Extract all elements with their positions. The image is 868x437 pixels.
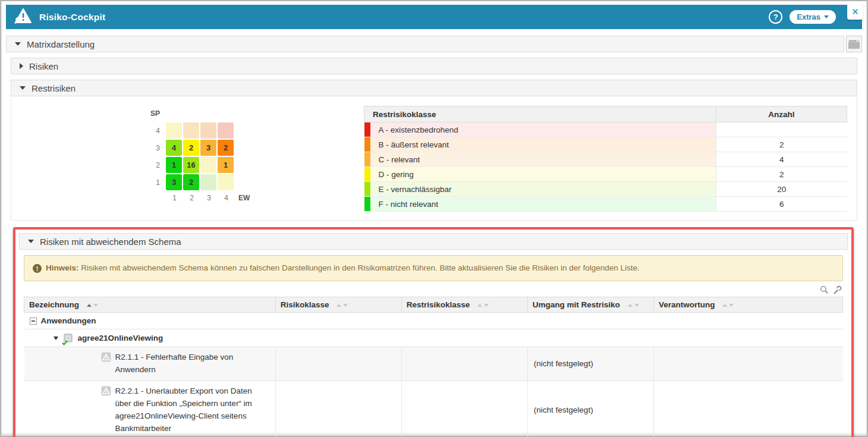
section-header-restrisiken[interactable]: Restrisiken [11, 80, 857, 96]
highlighted-section-schema: Risiken mit abweichendem Schema ! Hinwei… [13, 227, 854, 437]
application-icon [63, 333, 73, 343]
matrix-col-label: 1 [166, 194, 183, 202]
check-icon [62, 340, 68, 345]
risikoklasse-cell [275, 381, 401, 437]
risk-cockpit-logo-icon [14, 8, 32, 27]
collapse-minus-icon[interactable] [30, 317, 37, 325]
matrix-cell: 16 [183, 157, 199, 173]
close-icon: ✕ [851, 7, 859, 17]
matrix-cell: 3 [166, 174, 182, 190]
column-header-risikoklasse[interactable]: Risikoklasse [275, 297, 401, 313]
class-count: 2 [716, 167, 847, 182]
sort-icon [477, 304, 489, 307]
class-count: 6 [716, 197, 847, 212]
matrix-row-label: 1 [144, 178, 160, 187]
subgroup-row-agree21onlineviewing[interactable]: agree21OnlineViewing [24, 329, 843, 347]
matrix-cell: 2 [183, 174, 199, 190]
restrisiko-row: E - vernachlässigbar 20 [364, 182, 847, 197]
matrix-cell: 1 [166, 157, 182, 173]
page-title: Risiko-Cockpit [39, 12, 105, 23]
restrisikoklasse-cell [401, 381, 527, 437]
extras-button[interactable]: Extras [790, 10, 836, 24]
class-count: 20 [716, 182, 847, 197]
chevron-down-icon [824, 15, 829, 18]
class-count: 2 [716, 137, 847, 152]
verantwortung-cell [653, 381, 842, 437]
collapse-arrow-icon[interactable] [54, 337, 58, 340]
section-header-matrixdarstellung[interactable]: Matrixdarstellung [6, 36, 844, 52]
section-header-risiken[interactable]: Risiken [11, 58, 857, 74]
restrisiko-row: A - existenzbedrohend [364, 122, 847, 137]
matrix-row-label: 3 [144, 144, 160, 152]
class-label: D - gering [370, 167, 716, 182]
matrix-y-axis-label: SP [150, 109, 364, 118]
section-title: Risiken mit abweichendem Schema [40, 237, 181, 247]
matrix-row-label: 4 [144, 127, 160, 135]
matrix-cell: 1 [218, 157, 234, 173]
class-color-marker [364, 197, 370, 212]
collapse-arrow-icon [15, 42, 21, 46]
risk-row[interactable]: R2.2.1 - Unerlaubter Export von Daten üb… [24, 381, 843, 437]
class-color-marker [364, 152, 370, 167]
matrix-cell [218, 122, 234, 139]
restrisiko-class-table: Restrisikoklasse Anzahl A - existenzbedr… [364, 106, 847, 212]
main-content: Matrixdarstellung Risiken Restrisiken SP [1, 36, 867, 437]
class-count: 4 [716, 152, 847, 167]
matrix-cell [218, 174, 234, 190]
window-layout-icon [848, 40, 860, 49]
sort-icon [336, 304, 348, 307]
search-icon[interactable] [820, 285, 829, 294]
section-header-schema[interactable]: Risiken mit abweichendem Schema [19, 233, 848, 250]
sort-icon [628, 304, 639, 307]
sort-icon [722, 304, 734, 307]
restrisikoklasse-cell [401, 347, 527, 381]
restrisiko-row: F - nicht relevant 6 [364, 197, 847, 212]
risk-matrix: SP 4 3 4 2 3 2 [11, 106, 364, 212]
matrix-col-label: 2 [183, 194, 200, 202]
hint-label: Hinweis: [46, 263, 79, 272]
matrix-col-label: 4 [218, 194, 235, 202]
section-title: Matrixdarstellung [27, 39, 95, 49]
collapse-arrow-icon [28, 240, 34, 243]
hint-message: Risiken mit abweichendem Schema können z… [81, 263, 640, 272]
group-row-anwendungen[interactable]: Anwendungen [24, 313, 843, 329]
column-header-bezeichnung[interactable]: Bezeichnung [24, 297, 276, 313]
column-header-verantwortung[interactable]: Verantwortung [653, 297, 842, 313]
help-button[interactable]: ? [769, 10, 782, 24]
umgang-cell: (nicht festgelegt) [527, 381, 653, 437]
risk-title: R2.1.1 - Fehlerhafte Eingabe von Anwende… [115, 351, 269, 376]
class-color-marker [364, 137, 370, 152]
restrisiken-content: SP 4 3 4 2 3 2 [11, 96, 857, 221]
column-header-umgang[interactable]: Umgang mit Restrisiko [527, 297, 653, 313]
risk-title: R2.2.1 - Unerlaubter Export von Daten üb… [115, 385, 269, 435]
risk-row[interactable]: R2.1.1 - Fehlerhafte Eingabe von Anwende… [24, 347, 843, 381]
column-header-restrisikoklasse[interactable]: Restrisikoklasse [401, 297, 527, 313]
class-color-marker [364, 167, 370, 182]
collapse-arrow-icon [20, 86, 26, 90]
matrix-cell [166, 122, 182, 139]
sort-icon [87, 304, 98, 307]
matrix-row-label: 2 [144, 161, 160, 169]
class-label: F - nicht relevant [370, 197, 716, 212]
panel-layout-button[interactable] [846, 36, 862, 52]
matrix-cell [200, 122, 216, 139]
class-count [716, 122, 847, 137]
risk-warning-icon [101, 352, 111, 362]
restrisiko-row: D - gering 2 [364, 167, 847, 182]
info-icon: ! [33, 264, 42, 273]
matrix-cell: 2 [218, 140, 234, 156]
restrisiko-row: C - relevant 4 [364, 152, 847, 167]
section-title: Risiken [29, 61, 58, 71]
class-label: C - relevant [370, 152, 716, 167]
column-header-anzahl: Anzahl [716, 106, 847, 122]
column-header-restrisikoklasse: Restrisikoklasse [364, 106, 716, 122]
class-color-marker [364, 182, 370, 197]
matrix-x-axis-label: EW [238, 194, 250, 202]
section-title: Restrisiken [32, 83, 76, 93]
group-label: Anwendungen [41, 316, 96, 325]
matrix-cell [183, 122, 199, 139]
close-button[interactable]: ✕ [847, 4, 863, 20]
matrix-cell: 4 [166, 140, 182, 156]
app-window: Risiko-Cockpit ? Extras ✕ Matrixdarstell… [0, 0, 868, 437]
wrench-icon[interactable] [833, 285, 842, 294]
